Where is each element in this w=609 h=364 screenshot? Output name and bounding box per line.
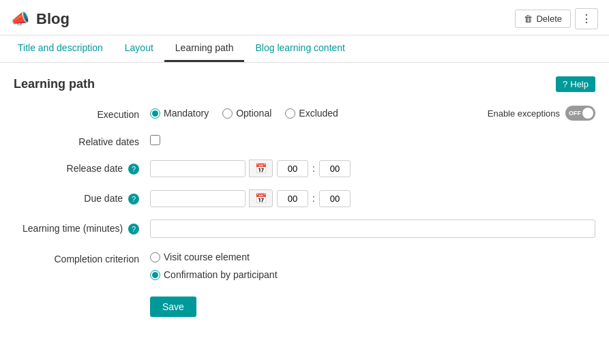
tab-blog-learning-content[interactable]: Blog learning content	[244, 35, 356, 62]
save-button[interactable]: Save	[150, 297, 196, 317]
tab-layout[interactable]: Layout	[114, 35, 164, 62]
release-date-calendar-button[interactable]: 📅	[249, 160, 273, 177]
release-date-row: Release date ? 📅 :	[14, 160, 595, 177]
execution-label: Execution	[14, 106, 150, 120]
relative-dates-row: Relative dates	[14, 133, 595, 147]
trash-icon: 🗑	[524, 14, 533, 24]
due-date-control: 📅 :	[150, 189, 595, 207]
learning-time-help-icon[interactable]: ?	[128, 224, 139, 234]
excluded-option[interactable]: Excluded	[285, 108, 338, 119]
execution-row: Execution Mandatory Optional	[14, 106, 595, 121]
mandatory-option[interactable]: Mandatory	[150, 108, 209, 119]
enable-exceptions-section: Enable exceptions OFF	[474, 106, 595, 121]
release-date-input[interactable]	[150, 160, 246, 177]
completion-criterion-row: Completion criterion Visit course elemen…	[14, 250, 595, 280]
learning-time-input[interactable]	[150, 219, 595, 238]
enable-exceptions-label: Enable exceptions	[488, 108, 560, 119]
due-date-row: Due date ? 📅 :	[14, 189, 595, 207]
delete-label: Delete	[536, 14, 562, 24]
execution-options: Mandatory Optional Excluded	[150, 108, 338, 119]
save-spacer	[14, 292, 150, 296]
save-row: Save	[14, 292, 595, 317]
toggle-off-text: OFF	[569, 110, 581, 117]
release-date-help-icon[interactable]: ?	[128, 164, 139, 175]
page-header: 📣 Blog 🗑 Delete ⋮	[0, 0, 609, 35]
release-date-label: Release date ?	[14, 160, 150, 175]
main-content: Learning path ? Help Execution Mandatory	[0, 63, 609, 343]
mandatory-radio[interactable]	[150, 108, 160, 119]
release-date-control: 📅 :	[150, 160, 595, 177]
mandatory-label: Mandatory	[164, 108, 209, 119]
tab-title-description[interactable]: Title and description	[7, 35, 114, 62]
release-hour-input[interactable]	[277, 160, 308, 177]
release-minute-input[interactable]	[319, 160, 351, 177]
confirmation-radio[interactable]	[150, 270, 160, 280]
relative-dates-checkbox[interactable]	[150, 135, 160, 145]
optional-label: Optional	[236, 108, 271, 119]
header-actions: 🗑 Delete ⋮	[515, 8, 598, 29]
delete-button[interactable]: 🗑 Delete	[515, 10, 571, 28]
confirmation-option[interactable]: Confirmation by participant	[150, 269, 595, 280]
due-hour-input[interactable]	[277, 190, 308, 207]
tab-learning-path[interactable]: Learning path	[164, 35, 245, 62]
visit-course-radio[interactable]	[150, 252, 160, 262]
excluded-label: Excluded	[299, 108, 338, 119]
visit-course-label: Visit course element	[164, 252, 250, 262]
learning-time-label: Learning time (minutes) ?	[14, 219, 150, 234]
release-date-input-group: 📅 :	[150, 160, 595, 177]
excluded-radio[interactable]	[285, 108, 295, 119]
due-date-calendar-button[interactable]: 📅	[249, 189, 273, 207]
page-title: Blog	[36, 10, 70, 28]
learning-time-row: Learning time (minutes) ?	[14, 219, 595, 238]
tab-bar: Title and description Layout Learning pa…	[0, 35, 609, 63]
section-header: Learning path ? Help	[14, 76, 595, 92]
completion-options: Visit course element Confirmation by par…	[150, 250, 595, 280]
header-left: 📣 Blog	[11, 10, 70, 28]
visit-course-option[interactable]: Visit course element	[150, 252, 595, 262]
due-date-help-icon[interactable]: ?	[128, 194, 139, 204]
due-minute-input[interactable]	[319, 190, 351, 207]
optional-radio[interactable]	[222, 108, 233, 119]
execution-control: Mandatory Optional Excluded Enable excep…	[150, 106, 595, 121]
due-date-label: Due date ?	[14, 189, 150, 204]
save-control: Save	[150, 292, 595, 317]
optional-option[interactable]: Optional	[222, 108, 271, 119]
due-date-input[interactable]	[150, 190, 246, 207]
help-button[interactable]: ? Help	[556, 76, 595, 92]
section-title: Learning path	[14, 77, 95, 91]
exceptions-toggle[interactable]: OFF	[565, 106, 595, 121]
blog-icon: 📣	[11, 10, 29, 28]
due-date-input-group: 📅 :	[150, 189, 595, 207]
release-time-separator: :	[312, 163, 315, 174]
relative-dates-label: Relative dates	[14, 133, 150, 147]
question-icon: ?	[563, 79, 567, 89]
confirmation-label: Confirmation by participant	[164, 269, 278, 280]
completion-criterion-control: Visit course element Confirmation by par…	[150, 250, 595, 280]
learning-time-control	[150, 219, 595, 238]
relative-dates-control	[150, 133, 595, 145]
toggle-knob	[582, 108, 593, 119]
execution-options-row: Mandatory Optional Excluded Enable excep…	[150, 106, 595, 121]
help-label: Help	[570, 79, 589, 89]
completion-criterion-label: Completion criterion	[14, 250, 150, 264]
due-time-separator: :	[312, 193, 315, 204]
more-button[interactable]: ⋮	[575, 8, 598, 29]
page: 📣 Blog 🗑 Delete ⋮ Title and description …	[0, 0, 609, 364]
